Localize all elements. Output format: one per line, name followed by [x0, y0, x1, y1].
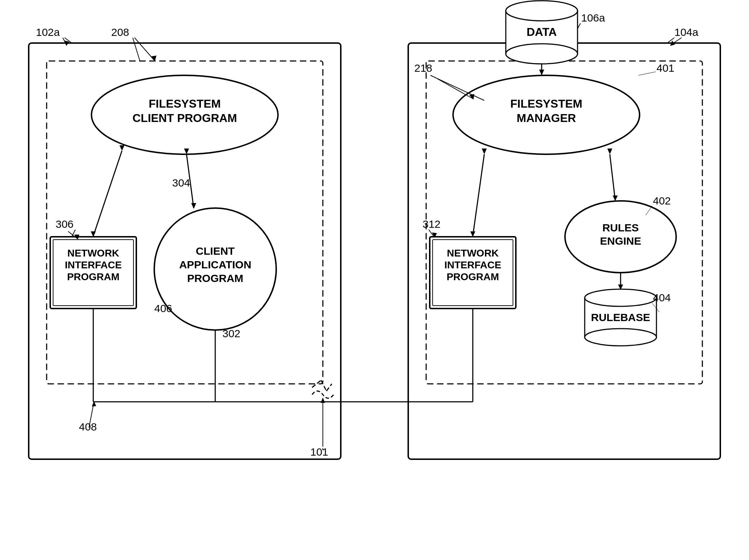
right-network-interface-label-2: INTERFACE — [444, 259, 501, 270]
client-app-label-1: CLIENT — [196, 245, 235, 257]
right-network-interface-label-1: NETWORK — [447, 248, 499, 259]
data-cylinder-top — [506, 1, 578, 21]
fsc-to-cap-arrowhead-down — [191, 203, 196, 209]
network-break-3 — [326, 384, 332, 391]
fsm-to-ni-right-arrowhead-up — [482, 149, 487, 154]
ref-101: 101 — [310, 446, 328, 458]
rules-engine-label-1: RULES — [602, 222, 639, 234]
rulebase-cylinder-top — [585, 289, 656, 306]
ref-406: 406 — [154, 302, 172, 314]
ref-408: 408 — [79, 421, 97, 433]
data-label: DATA — [527, 25, 557, 38]
ref-401-line — [639, 72, 656, 75]
ref-102a: 102a — [36, 26, 60, 38]
ref-218: 218 — [414, 62, 432, 74]
rulebase-label: RULEBASE — [591, 311, 650, 323]
ref-402: 402 — [653, 195, 671, 207]
data-cylinder-bottom — [506, 44, 578, 64]
ref-302: 302 — [222, 328, 240, 339]
filesystem-client-label-1: FILESYSTEM — [149, 97, 221, 110]
left-network-interface-label-3: PROGRAM — [67, 271, 119, 282]
left-network-interface-label-2: INTERFACE — [65, 259, 122, 270]
fsm-to-re-arrow — [610, 154, 615, 200]
network-break-2 — [321, 380, 326, 391]
fsm-to-ni-right-arrowhead-down — [470, 231, 475, 237]
filesystem-manager-label-2: MANAGER — [517, 112, 576, 124]
rules-engine-label-2: ENGINE — [600, 235, 641, 247]
arrow-218 — [438, 79, 473, 99]
fsc-to-ni-arrowhead-down — [91, 231, 96, 237]
left-network-interface-label-1: NETWORK — [67, 248, 119, 259]
ref-404: 404 — [653, 292, 671, 303]
fsm-to-ni-right-arrow — [473, 154, 484, 236]
fsc-to-ni-arrowhead-up — [119, 145, 124, 151]
ref-304: 304 — [172, 177, 190, 189]
fsm-to-re-arrowhead-up — [607, 149, 612, 154]
fsm-to-re-arrowhead-down — [613, 196, 618, 201]
network-symbol — [312, 391, 334, 398]
filesystem-client-label-2: CLIENT PROGRAM — [132, 112, 237, 124]
client-app-label-2: APPLICATION — [179, 259, 251, 270]
ref-104a: 104a — [674, 26, 698, 38]
ref-208: 208 — [111, 26, 129, 38]
ref-401: 401 — [656, 62, 674, 74]
filesystem-manager-label-1: FILESYSTEM — [510, 97, 583, 110]
ref-208-line — [133, 38, 140, 61]
data-to-fsm-arrow-head — [539, 70, 544, 75]
ref-306: 306 — [56, 218, 74, 230]
ref-106a: 106a — [581, 12, 605, 24]
client-app-label-3: PROGRAM — [187, 272, 244, 284]
rulebase-cylinder-bottom — [585, 329, 656, 346]
arrow-208 — [135, 38, 154, 60]
diagram-container: FILESYSTEM CLIENT PROGRAM NETWORK INTERF… — [0, 0, 749, 560]
fsc-to-ni-arrow — [93, 151, 122, 236]
ref-312: 312 — [423, 218, 441, 230]
ref-101-pointer-head — [321, 397, 325, 403]
right-network-interface-label-3: PROGRAM — [447, 271, 499, 282]
